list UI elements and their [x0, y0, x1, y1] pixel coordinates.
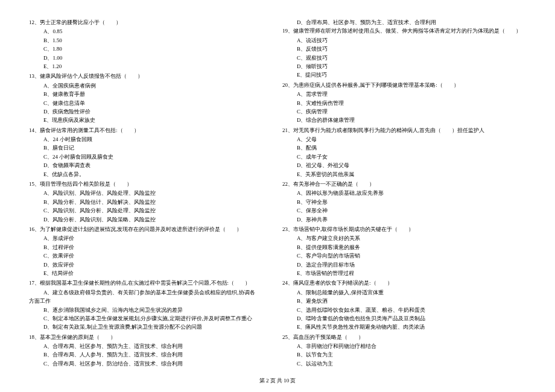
option: D、效应评价: [29, 261, 273, 269]
question-text: 23、市场营销中,取得市场长期成功的关键在于（ ）: [282, 225, 526, 233]
option: D、疾病危险性评价: [29, 107, 273, 116]
question-17: 17、根据我国基本卫生保健长期性的特点,在实施过程中需妥善解决三个问题,不包括:…: [29, 279, 273, 331]
option: D、嘌呤含量低的食物也包括鱼贝类海产品及豆类制品: [282, 314, 526, 323]
option: C、风险识别、风险分析、风险处理、风险监控: [29, 206, 273, 215]
question-14: 14、膳食评估常用的测量工具不包括:（ ） A、24 小时膳食回顾 B、膳食日记…: [29, 126, 273, 179]
question-13: 13、健康风险评估个人反馈报告不包括（ ） A、全国疾病患者病例 B、健康教育手…: [29, 72, 273, 124]
option: A、全国疾病患者病例: [29, 81, 273, 90]
option: D、形神共养: [282, 215, 526, 224]
option: B、反馈技巧: [282, 45, 526, 53]
question-23: 23、市场营销中,取得市场长期成功的关键在于（ ） A、与客户建立良好的关系 B…: [282, 225, 526, 277]
option: A、父母: [282, 135, 526, 144]
option: D、倾听技巧: [282, 62, 526, 71]
option: D、综合的群体健康管理: [282, 116, 526, 124]
question-text: 22、有关形神合一不正确的是（ ）: [282, 180, 526, 188]
option: B、健康教育手册: [29, 90, 273, 98]
question-text: 25、高血压的干预策略是（ ）: [282, 333, 526, 341]
option: C、1.80: [29, 45, 273, 53]
option: B、提供使顾客满意的服务: [282, 243, 526, 251]
page-footer: 第 2 页 共 10 页: [0, 376, 555, 385]
question-text: 12、男士正常的腰臀比应小于（ ）: [29, 18, 273, 27]
option: A、建立各级政府领导负责的、有关部门参加的基本卫生保健委员会或相应的组织,协调各: [29, 288, 273, 297]
question-25: 25、高血压的干预策略是（ ） A、非药物治疗和药物治疗相结合 B、以节食为主 …: [282, 333, 526, 368]
right-column: D、合理布局、社区参与、预防为主、适宜技术、合理利用 19、健康管理师在听对方陈…: [278, 18, 531, 369]
option: C、疾病管理: [282, 107, 526, 116]
option: C、选用低嘌呤饮食如水果、蔬菜、粮谷、牛奶和蛋类: [282, 306, 526, 314]
option: D、食物频率调查表: [29, 161, 273, 169]
question-24: 24、痛风症患者的饮食下列错误的是:（ ） A、限制总能量的摄入,保持适宜体重 …: [282, 279, 526, 331]
option: B、膳食日记: [29, 144, 273, 152]
question-12: 12、男士正常的腰臀比应小于（ ） A、0.85 B、1.50 C、1.80 D…: [29, 18, 273, 71]
question-text: 14、膳食评估常用的测量工具不包括:（ ）: [29, 126, 273, 134]
option: B、配偶: [282, 144, 526, 152]
question-21: 21、对无民事行为能力或者限制民事行为能力的精神病人,首先由（ ）担任监护人 A…: [282, 126, 526, 179]
question-text: 15、项目管理包括四个相关阶段是（ ）: [29, 180, 273, 188]
option: C、客户导向型的市场营销: [282, 251, 526, 260]
option: A、需求管理: [282, 90, 526, 98]
option: B、合理布局、人人参与、预防为主、适宜技术、综合利用: [29, 350, 273, 359]
question-text: 20、为患癌症病人提供各种服务,属于下列哪项健康管理基本策略:（ ）: [282, 81, 526, 89]
option: B、守神全形: [282, 198, 526, 206]
question-text: 18、基本卫生保健的原则是（ ）: [29, 333, 273, 341]
option: A、风险识别、风险评估、风险处理、风险监控: [29, 189, 273, 197]
question-text: 16、为了解健康促进计划的进展情况,发现存在的问题并及时改进所进行的评价是（ ）: [29, 225, 273, 233]
option: E、市场营销的管理过程: [282, 269, 526, 277]
exam-page: 12、男士正常的腰臀比应小于（ ） A、0.85 B、1.50 C、1.80 D…: [0, 0, 555, 381]
question-19: 19、健康管理师在听对方陈述时使用点头、微笑、伸大拇指等体语肯定对方的行为体现的…: [282, 27, 526, 79]
option: C、合理布局、社区参与、防治结合、适宜技术、综合利用: [29, 359, 273, 368]
question-text: 24、痛风症患者的饮食下列错误的是:（ ）: [282, 279, 526, 287]
option: B、风险分析、风险估计、风险解决、风险监控: [29, 198, 273, 206]
option: E、优缺点各异。: [29, 170, 273, 179]
option: A、形成评价: [29, 234, 273, 242]
option: E、现患疾病及家族史: [29, 116, 273, 124]
option: B、避免饮酒: [282, 297, 526, 305]
option: C、成年子女: [282, 153, 526, 161]
option: C、效果评价: [29, 251, 273, 260]
option: A、说话技巧: [282, 36, 526, 45]
question-text: 19、健康管理师在听对方陈述时使用点头、微笑、伸大拇指等体语肯定对方的行为体现的…: [282, 27, 526, 35]
option: D、选定合理的目标市场: [282, 261, 526, 269]
option-wrap: 方面工作: [29, 297, 273, 305]
question-16: 16、为了解健康促进计划的进展情况,发现存在的问题并及时改进所进行的评价是（ ）…: [29, 225, 273, 277]
option: B、1.50: [29, 36, 273, 45]
option: B、逐步消除我国城乡之间、沿海内地之间卫生状况的差异: [29, 306, 273, 314]
question-15: 15、项目管理包括四个相关阶段是（ ） A、风险识别、风险评估、风险处理、风险监…: [29, 180, 273, 224]
question-18: 18、基本卫生保健的原则是（ ） A、合理布局、社区参与、预防为主、适宜技术、综…: [29, 333, 273, 368]
option: C、健康信息清单: [29, 99, 273, 107]
option: C、制定本地区的基本卫生保健发展规划,分步骤实施,定期进行评价,并及时调整工作重…: [29, 314, 273, 323]
option: D、合理布局、社区参与、预防为主、适宜技术、合理利用: [282, 18, 526, 27]
option: B、灾难性病伤管理: [282, 99, 526, 107]
option: C、观察技巧: [282, 54, 526, 62]
option: A、0.85: [29, 27, 273, 36]
option: D、制定有关政策,制止卫生资源浪费,解决卫生资源分配不公的问题: [29, 323, 273, 331]
option: A、合理布局、社区参与、预防为主、适宜技术、综合利用: [29, 342, 273, 350]
option: B、过程评价: [29, 243, 273, 251]
option: C、24 小时膳食回顾及膳食史: [29, 153, 273, 161]
option: E、提问技巧: [282, 71, 526, 79]
option: E、关系密切的其他亲属: [282, 170, 526, 179]
option: A、与客户建立良好的关系: [282, 234, 526, 242]
option: D、祖父母、外祖父母: [282, 161, 526, 169]
option: C、以运动为主: [282, 359, 526, 368]
question-20: 20、为患癌症病人提供各种服务,属于下列哪项健康管理基本策略:（ ） A、需求管…: [282, 81, 526, 125]
option: D、风险分析、风险识别、风险策略、风险监控: [29, 215, 273, 224]
option: E、痛风性关节炎急性发作期避免动物内脏、肉类浓汤: [282, 323, 526, 331]
option: B、以节食为主: [282, 350, 526, 359]
option: D、1.00: [29, 54, 273, 62]
question-22: 22、有关形神合一不正确的是（ ） A、因神以形为物质基础,故应先养形 B、守神…: [282, 180, 526, 224]
option: A、限制总能量的摄入,保持适宜体重: [282, 288, 526, 297]
option: A、24 小时膳食回顾: [29, 135, 273, 144]
option: A、非药物治疗和药物治疗相结合: [282, 342, 526, 350]
question-text: 17、根据我国基本卫生保健长期性的特点,在实施过程中需妥善解决三个问题,不包括:…: [29, 279, 273, 287]
option: A、因神以形为物质基础,故应先养形: [282, 189, 526, 197]
option: E、1.20: [29, 62, 273, 71]
question-text: 13、健康风险评估个人反馈报告不包括（ ）: [29, 72, 273, 80]
question-text: 21、对无民事行为能力或者限制民事行为能力的精神病人,首先由（ ）担任监护人: [282, 126, 526, 134]
left-column: 12、男士正常的腰臀比应小于（ ） A、0.85 B、1.50 C、1.80 D…: [24, 18, 278, 369]
option: E、结局评价: [29, 269, 273, 277]
option: C、保形全神: [282, 206, 526, 215]
